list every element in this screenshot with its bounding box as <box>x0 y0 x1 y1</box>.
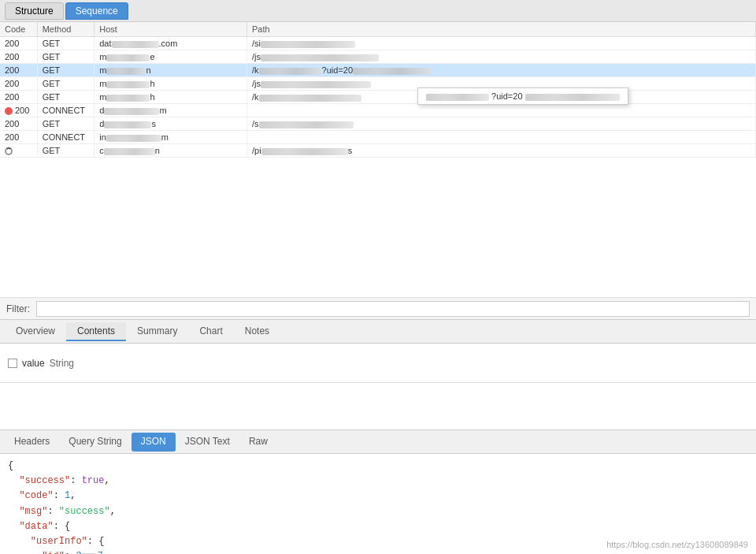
table-row[interactable]: 200 GET mh /js <box>0 77 756 91</box>
tooltip-popup: ?uid=20 <box>417 87 628 105</box>
cell-method: GET <box>37 144 94 158</box>
cell-host: ds <box>94 117 247 131</box>
json-line: "id": 37, <box>8 549 748 554</box>
cell-host: inm <box>94 131 247 144</box>
tab-overview[interactable]: Overview <box>5 322 66 341</box>
cell-method: GET <box>37 37 94 50</box>
cell-code: 200 <box>0 131 37 144</box>
filter-input[interactable] <box>36 301 750 317</box>
cell-code <box>0 144 37 158</box>
json-line: "success": true, <box>8 474 748 489</box>
cell-code: 200 <box>0 50 37 64</box>
cell-host: dm <box>94 104 247 117</box>
table-row[interactable]: 200 GET ds /s <box>0 117 756 131</box>
cell-host: cn <box>94 144 247 158</box>
app-container: Structure Sequence Code Method Host Path… <box>0 0 756 554</box>
cell-method: GET <box>37 50 94 64</box>
network-wrapper: Code Method Host Path 200 GET dat.com /s… <box>0 22 756 188</box>
table-row[interactable]: 200 CONNECT dm <box>0 104 756 117</box>
cell-code: 200 <box>0 37 37 50</box>
json-line: "code": 1, <box>8 489 748 504</box>
col-header-path: Path <box>247 22 756 37</box>
table-row[interactable]: GET cn /pis <box>0 144 756 158</box>
cell-code: 200 <box>0 64 37 77</box>
cell-path <box>247 131 756 144</box>
table-row[interactable]: 200 GET mh /k <box>0 91 756 104</box>
cell-host: me <box>94 50 247 64</box>
col-header-method: Method <box>37 22 94 37</box>
json-line: "data": { <box>8 519 748 534</box>
tab-sequence[interactable]: Sequence <box>65 2 128 20</box>
bottom-tabs-row: Headers Query String JSON JSON Text Raw <box>0 430 756 454</box>
tab-query-string[interactable]: Query String <box>59 433 131 452</box>
tab-summary[interactable]: Summary <box>126 322 188 341</box>
content-area: value String <box>0 344 756 383</box>
cell-method: GET <box>37 117 94 131</box>
cell-method: CONNECT <box>37 131 94 144</box>
cell-code: 200 <box>0 91 37 104</box>
cell-code: 200 <box>0 104 37 117</box>
middle-empty-area <box>0 383 756 430</box>
value-checkbox[interactable] <box>8 359 17 368</box>
cell-code: 200 <box>0 77 37 91</box>
empty-area <box>0 188 756 298</box>
tab-chart[interactable]: Chart <box>188 322 233 341</box>
cell-path: /k?uid=20 <box>247 64 756 77</box>
col-header-code: Code <box>0 22 37 37</box>
cell-host: mn <box>94 64 247 77</box>
cell-path: /js <box>247 50 756 64</box>
cell-method: CONNECT <box>37 104 94 117</box>
json-line: "msg": "success", <box>8 504 748 519</box>
error-icon <box>5 107 13 115</box>
tab-contents[interactable]: Contents <box>66 322 126 341</box>
network-table: Code Method Host Path 200 GET dat.com /s… <box>0 22 756 158</box>
cell-path <box>247 104 756 117</box>
tab-headers[interactable]: Headers <box>5 433 59 452</box>
col-header-host: Host <box>94 22 247 37</box>
json-line: { <box>8 459 748 474</box>
cell-path: /si <box>247 37 756 50</box>
cell-method: GET <box>37 64 94 77</box>
tab-json-text[interactable]: JSON Text <box>176 433 239 452</box>
cell-method: GET <box>37 77 94 91</box>
watermark: https://blog.csdn.net/zy13608089849 <box>606 540 748 549</box>
type-label: String <box>50 358 74 369</box>
cell-path: /s <box>247 117 756 131</box>
value-label: value <box>22 358 45 369</box>
tab-notes[interactable]: Notes <box>234 322 280 341</box>
cell-host: mh <box>94 77 247 91</box>
table-row[interactable]: 200 GET dat.com /si <box>0 37 756 50</box>
cell-host: dat.com <box>94 37 247 50</box>
filter-label: Filter: <box>6 303 30 314</box>
cell-code: 200 <box>0 117 37 131</box>
top-toolbar: Structure Sequence <box>0 0 756 22</box>
cell-host: mh <box>94 91 247 104</box>
table-row[interactable]: 200 GET mn /k?uid=20 <box>0 64 756 77</box>
table-row[interactable]: 200 GET me /js <box>0 50 756 64</box>
filter-bar: Filter: <box>0 298 756 320</box>
tab-raw[interactable]: Raw <box>239 433 277 452</box>
json-content-area: { "success": true, "code": 1, "msg": "su… <box>0 454 756 554</box>
content-tabs-row: Overview Contents Summary Chart Notes <box>0 320 756 344</box>
tab-structure[interactable]: Structure <box>5 2 64 20</box>
tab-json[interactable]: JSON <box>132 433 176 452</box>
table-row[interactable]: 200 CONNECT inm <box>0 131 756 144</box>
spinner-icon <box>5 147 13 155</box>
cell-method: GET <box>37 91 94 104</box>
cell-path: /pis <box>247 144 756 158</box>
network-section: Code Method Host Path 200 GET dat.com /s… <box>0 22 756 188</box>
